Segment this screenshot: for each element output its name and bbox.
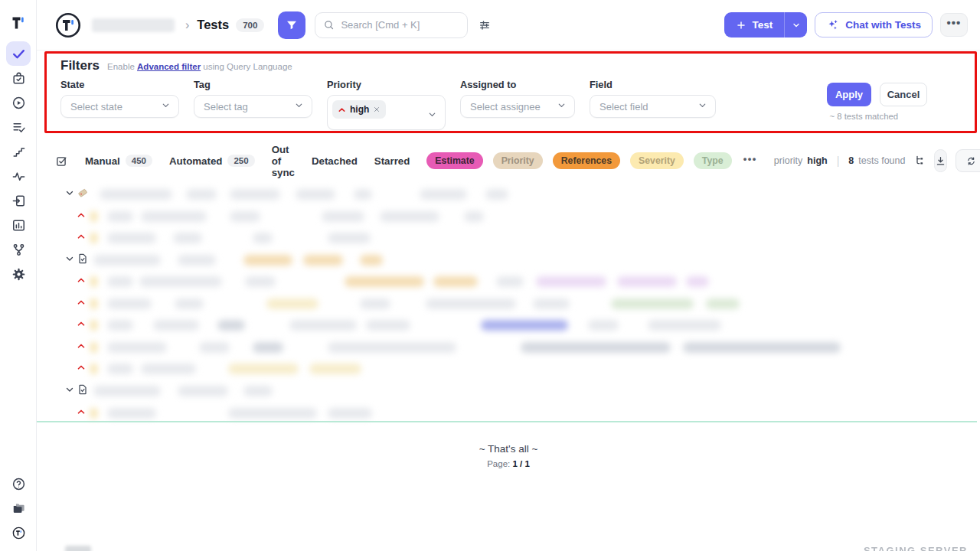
sidebar-item-pulse[interactable] [6,164,31,188]
more-filters-button[interactable]: ••• [743,153,757,165]
blurred-content [90,408,97,419]
blurred-content [228,408,317,419]
thats-all-text: ~ That's all ~ [37,443,980,455]
chevron-down-icon [557,99,567,113]
app-logo-icon[interactable] [9,14,28,32]
priority-high-icon [77,298,86,307]
new-test-label: Test [752,19,773,31]
sidebar-item-play-circle[interactable] [6,90,31,115]
filter-summary: priority high | 8 tests found [774,155,906,167]
sidebar-item-bar-chart[interactable] [6,213,31,237]
test-row[interactable] [0,360,980,379]
sidebar-item-folders[interactable] [6,496,31,520]
pill-severity[interactable]: Severity [630,152,684,169]
download-button[interactable] [934,149,947,172]
suite-row[interactable] [0,252,980,270]
pill-type[interactable]: Type [694,152,732,169]
blurred-content [107,408,156,419]
new-test-dropdown[interactable] [784,12,807,37]
pill-estimate[interactable]: Estimate [426,152,482,169]
sidebar-item-briefcase[interactable] [6,66,31,90]
sliders-icon[interactable] [478,18,492,32]
sidebar-item-steps[interactable] [6,139,31,164]
tab-count-badge: 450 [126,155,152,167]
blurred-content [533,298,570,309]
document-check-icon [77,383,89,396]
tree-view-icon[interactable] [914,155,926,167]
expand-chevron-icon[interactable] [65,385,74,394]
tab-manual[interactable]: Manual450 [85,155,152,167]
blurred-content [328,342,456,353]
blurred-content [380,211,439,222]
chat-with-tests-button[interactable]: Chat with Tests [815,12,933,37]
pill-priority[interactable]: Priority [493,152,543,169]
filter-field-field: FieldSelect field [590,79,716,130]
blurred-content [141,211,207,222]
test-row[interactable] [0,295,980,314]
filters-subtitle: Enable Advanced filter using Query Langu… [107,62,292,71]
blurred-content [107,276,133,287]
header-more-button[interactable]: ••• [940,13,968,37]
tab-detached[interactable]: Detached [312,155,358,167]
state-select[interactable]: Select state [60,95,179,118]
assigned-to-select[interactable]: Select assignee [460,95,575,118]
search-icon [323,19,335,31]
blurred-content [253,342,283,353]
sidebar-item-branch[interactable] [6,237,31,262]
sidebar-item-gear[interactable] [6,262,31,286]
apply-button[interactable]: Apply [827,83,871,106]
filter-field-tag: TagSelect tag [194,79,312,130]
search-box[interactable] [315,12,468,38]
filter-label: State [60,79,179,90]
tab-count-badge: 250 [227,155,254,167]
pill-references[interactable]: References [553,152,620,169]
sidebar-item-check[interactable] [6,41,31,66]
advanced-filter-link[interactable]: Advanced filter [137,62,201,71]
tag-select[interactable]: Select tag [194,95,312,118]
sidebar-item-list-check[interactable] [6,115,31,139]
list-end-divider [37,421,977,422]
priority-chip[interactable]: high [332,100,386,119]
select-tests-icon[interactable] [55,155,68,168]
reset-button[interactable]: Reset [956,149,980,172]
priority-high-icon [77,363,86,372]
blurred-content [360,298,390,309]
test-row[interactable] [0,208,980,227]
project-name-blurred[interactable] [92,18,175,32]
filter-button[interactable] [278,11,305,39]
sidebar-item-help-circle[interactable] [6,471,31,496]
field-select[interactable]: Select field [590,95,716,118]
blurred-content [485,189,508,200]
project-logo-icon[interactable] [54,11,83,40]
priority-select[interactable]: high [327,95,446,130]
blurred-content [496,276,524,287]
blurred-content [100,189,172,200]
select-placeholder: Select state [70,101,122,112]
blurred-content [309,364,361,374]
sidebar-item-import-box[interactable] [6,188,31,213]
priority-high-icon [77,407,86,416]
sidebar-item-logo-circle[interactable] [6,520,31,545]
new-test-button[interactable]: Test [724,12,807,37]
test-row[interactable] [0,317,980,335]
cancel-button[interactable]: Cancel [880,83,927,106]
tab-out-of-sync[interactable]: Out of sync [272,144,295,178]
tab-starred[interactable]: Starred [374,155,410,167]
tests-count-badge: 700 [236,18,264,32]
tab-automated[interactable]: Automated250 [169,155,255,167]
ellipsis-icon: ••• [947,16,962,29]
tab-label: Automated [169,155,222,167]
test-row[interactable] [0,273,980,292]
suite-row[interactable] [0,383,980,401]
suite-row[interactable] [0,186,980,204]
test-row[interactable] [0,230,980,248]
expand-chevron-icon[interactable] [65,254,74,263]
test-row[interactable] [0,339,980,357]
expand-chevron-icon[interactable] [65,188,74,197]
search-input[interactable] [341,19,459,31]
chip-label: high [350,104,369,115]
priority-high-icon [77,341,86,350]
blurred-content [90,320,97,331]
chip-remove-icon[interactable] [373,103,381,116]
filter-field-priority: Priorityhigh [327,79,446,130]
